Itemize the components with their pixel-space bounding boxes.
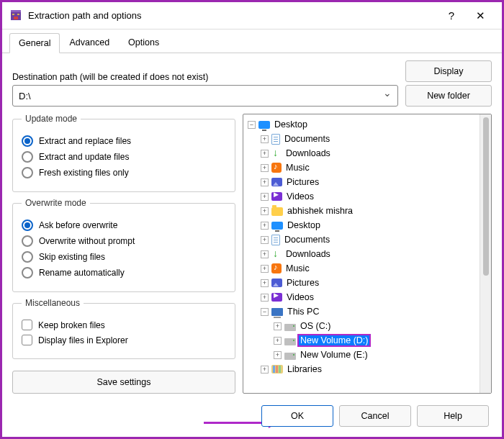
tree-node-label: Pictures bbox=[285, 177, 320, 187]
checkbox-icon bbox=[22, 335, 32, 345]
tree-node[interactable]: +Documents bbox=[245, 232, 478, 247]
misc-legend: Miscellaneous bbox=[22, 298, 84, 308]
expand-icon[interactable]: + bbox=[261, 150, 269, 158]
tree-node[interactable]: +New Volume (E:) bbox=[245, 348, 478, 362]
download-icon bbox=[271, 148, 282, 158]
tree-inner: −Desktop+Documents+Downloads+Music+Pictu… bbox=[243, 114, 480, 393]
tree-node-label: Desktop bbox=[273, 119, 309, 130]
radio-extract-update[interactable]: Extract and update files bbox=[22, 151, 226, 163]
desktop-icon bbox=[271, 222, 283, 230]
tree-node-label: Downloads bbox=[284, 148, 332, 158]
svg-rect-1 bbox=[11, 10, 21, 12]
videos-icon bbox=[271, 293, 282, 302]
tree-node-label: abhishek mishra bbox=[286, 206, 354, 216]
expand-icon[interactable]: + bbox=[261, 222, 269, 230]
tree-node-label: Music bbox=[284, 163, 311, 173]
pc-icon bbox=[271, 308, 283, 316]
expand-icon[interactable]: + bbox=[261, 265, 269, 273]
tree-node[interactable]: +New Volume (D:) bbox=[245, 333, 478, 348]
tree-node-label: Downloads bbox=[284, 249, 332, 259]
tree-node[interactable]: +Downloads bbox=[245, 247, 478, 261]
tree-node[interactable]: +Pictures bbox=[245, 175, 478, 189]
expand-icon[interactable]: + bbox=[261, 178, 269, 186]
tree-node-label: This PC bbox=[286, 307, 320, 317]
scrollbar-thumb[interactable] bbox=[483, 117, 489, 276]
tree-node[interactable]: +Libraries bbox=[245, 362, 478, 376]
tree-node[interactable]: +Videos bbox=[245, 290, 478, 304]
expand-icon[interactable]: + bbox=[261, 279, 269, 287]
ok-button[interactable]: OK bbox=[261, 405, 333, 427]
tree-node[interactable]: −This PC bbox=[245, 304, 478, 319]
tree-node-label: Documents bbox=[283, 235, 331, 245]
overwrite-mode-legend: Overwrite mode bbox=[22, 198, 90, 208]
svg-rect-4 bbox=[14, 17, 18, 19]
expand-icon[interactable]: + bbox=[274, 337, 282, 345]
expand-icon[interactable]: + bbox=[261, 164, 269, 172]
tab-options[interactable]: Options bbox=[119, 32, 168, 53]
radio-icon bbox=[22, 267, 33, 279]
radio-skip-existing[interactable]: Skip existing files bbox=[22, 251, 226, 263]
drive-icon bbox=[284, 324, 296, 331]
destination-path-dropdown[interactable]: D:\ bbox=[12, 85, 398, 107]
check-display-explorer[interactable]: Display files in Explorer bbox=[22, 335, 226, 345]
collapse-icon[interactable]: − bbox=[261, 308, 269, 316]
tree-node[interactable]: +Desktop bbox=[245, 218, 478, 232]
expand-icon[interactable]: + bbox=[261, 236, 269, 244]
expand-icon[interactable]: + bbox=[261, 135, 269, 143]
file-icon bbox=[271, 134, 280, 145]
titlebar: Extraction path and options ? ✕ bbox=[2, 2, 502, 30]
radio-icon bbox=[22, 251, 33, 263]
help-button[interactable]: Help bbox=[417, 405, 489, 427]
tree-node-label: OS (C:) bbox=[299, 321, 332, 331]
tree-node[interactable]: +Pictures bbox=[245, 276, 478, 290]
tree-node[interactable]: +Music bbox=[245, 261, 478, 276]
close-icon[interactable]: ✕ bbox=[466, 5, 495, 27]
tab-bar: General Advanced Options bbox=[2, 30, 502, 53]
videos-icon bbox=[271, 192, 282, 201]
radio-rename-auto[interactable]: Rename automatically bbox=[22, 267, 226, 279]
tree-node[interactable]: +Videos bbox=[245, 189, 478, 204]
display-button[interactable]: Display bbox=[405, 60, 492, 82]
tree-node[interactable]: −Desktop bbox=[245, 117, 478, 132]
radio-ask-before[interactable]: Ask before overwrite bbox=[22, 220, 226, 231]
pictures-icon bbox=[271, 178, 282, 186]
tab-general[interactable]: General bbox=[9, 33, 60, 53]
tree-scrollbar[interactable] bbox=[480, 114, 491, 393]
svg-rect-2 bbox=[12, 14, 14, 15]
expand-icon[interactable]: + bbox=[261, 207, 269, 215]
expand-icon[interactable]: + bbox=[261, 250, 269, 258]
overwrite-mode-group: Overwrite mode Ask before overwrite Over… bbox=[12, 198, 235, 292]
tree-node[interactable]: +abhishek mishra bbox=[245, 204, 478, 218]
tree-node[interactable]: +Downloads bbox=[245, 146, 478, 160]
radio-overwrite-no-prompt[interactable]: Overwrite without prompt bbox=[22, 235, 226, 247]
tree-node-label: Pictures bbox=[285, 278, 320, 288]
check-keep-broken[interactable]: Keep broken files bbox=[22, 320, 226, 330]
tree-node[interactable]: +Documents bbox=[245, 132, 478, 146]
tree-node-label: New Volume (E:) bbox=[299, 350, 369, 360]
radio-extract-replace[interactable]: Extract and replace files bbox=[22, 135, 226, 147]
tree-node-label: Desktop bbox=[286, 220, 322, 230]
update-mode-group: Update mode Extract and replace files Ex… bbox=[12, 114, 235, 192]
tab-advanced[interactable]: Advanced bbox=[60, 32, 119, 53]
cancel-button[interactable]: Cancel bbox=[339, 405, 411, 427]
misc-group: Miscellaneous Keep broken files Display … bbox=[12, 298, 235, 359]
extraction-dialog: Extraction path and options ? ✕ General … bbox=[0, 0, 504, 439]
radio-fresh-only[interactable]: Fresh existing files only bbox=[22, 167, 226, 178]
tree-node[interactable]: +OS (C:) bbox=[245, 319, 478, 333]
radio-icon bbox=[22, 220, 33, 231]
expand-icon[interactable]: + bbox=[261, 366, 269, 374]
expand-icon[interactable]: + bbox=[261, 193, 269, 201]
libs-icon bbox=[271, 365, 283, 374]
file-icon bbox=[271, 235, 280, 245]
tree-node[interactable]: +Music bbox=[245, 160, 478, 175]
help-icon[interactable]: ? bbox=[437, 5, 466, 27]
collapse-icon[interactable]: − bbox=[248, 121, 256, 129]
save-settings-button[interactable]: Save settings bbox=[12, 371, 235, 394]
folder-tree[interactable]: −Desktop+Documents+Downloads+Music+Pictu… bbox=[243, 114, 492, 394]
drive-icon bbox=[284, 338, 296, 345]
expand-icon[interactable]: + bbox=[274, 351, 282, 359]
expand-icon[interactable]: + bbox=[261, 294, 269, 302]
expand-icon[interactable]: + bbox=[274, 322, 282, 330]
new-folder-button[interactable]: New folder bbox=[405, 85, 492, 107]
desktop-icon bbox=[258, 121, 270, 129]
